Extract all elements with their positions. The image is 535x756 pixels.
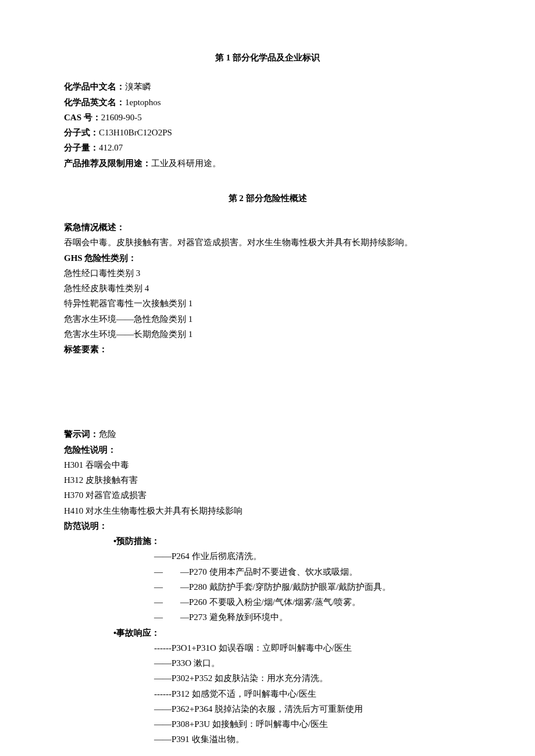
label-formula: 分子式： bbox=[64, 128, 99, 137]
hazard-h410: H410 对水生生物毒性极大并具有长期持续影响 bbox=[64, 503, 471, 518]
value-emergency: 吞咽会中毒。皮肤接触有害。对器官造成损害。对水生生物毒性极大并具有长期持续影响。 bbox=[64, 235, 471, 250]
hazard-h370: H370 对器官造成损害 bbox=[64, 488, 471, 503]
value-english-name: 1eptophos bbox=[125, 98, 161, 107]
label-prevention: •预防措施： bbox=[113, 536, 160, 546]
label-label-elements: 标签要素： bbox=[64, 345, 108, 354]
p302: ——P302+P352 如皮肤沾染：用水充分清洗。 bbox=[64, 671, 471, 686]
field-emergency: 紧急情况概述： bbox=[64, 220, 471, 235]
field-english-name: 化学品英文名：1eptophos bbox=[64, 95, 471, 110]
label-ghs: GHS 危险性类别： bbox=[64, 253, 137, 263]
hazard-h312: H312 皮肤接触有害 bbox=[64, 472, 471, 488]
label-weight: 分子量： bbox=[64, 143, 99, 152]
label-english-name: 化学品英文名： bbox=[64, 98, 125, 107]
field-usage: 产品推荐及限制用途：工业及科研用途。 bbox=[64, 156, 471, 171]
field-hazard: 危险性说明： bbox=[64, 442, 471, 457]
prevention-heading: •预防措施： bbox=[64, 533, 471, 549]
p273: — —P273 避免释放到环境中。 bbox=[64, 610, 471, 625]
ghs-item-5: 危害水生环境——长期危险类别 1 bbox=[64, 327, 471, 342]
section-1-title: 第 1 部分化学品及企业标识 bbox=[64, 50, 471, 65]
field-chinese-name: 化学品中文名：溴苯瞵 bbox=[64, 79, 471, 94]
field-cas: CAS 号：21609-90-5 bbox=[64, 110, 471, 125]
field-formula: 分子式：C13H10BrC12O2PS bbox=[64, 125, 471, 140]
value-chinese-name: 溴苯瞵 bbox=[125, 82, 151, 91]
p391: ——P391 收集溢出物。 bbox=[64, 732, 471, 747]
section-2-title: 第 2 部分危险性概述 bbox=[64, 191, 471, 206]
value-weight: 412.07 bbox=[99, 143, 123, 152]
label-signal-word: 警示词： bbox=[64, 429, 99, 439]
p330: ——P33O 漱口。 bbox=[64, 655, 471, 671]
response-heading: •事故响应： bbox=[64, 625, 471, 640]
ghs-item-1: 急性经口毒性类别 3 bbox=[64, 266, 471, 281]
pictogram-placeholder bbox=[64, 357, 471, 427]
p362: ——P362+P364 脱掉沾染的衣服，清洗后方可重新使用 bbox=[64, 701, 471, 716]
field-precaution: 防范说明： bbox=[64, 518, 471, 533]
field-signal-word: 警示词：危险 bbox=[64, 427, 471, 442]
p264: ——P264 作业后彻底清洗。 bbox=[64, 549, 471, 564]
hazard-h301: H301 吞咽会中毒 bbox=[64, 457, 471, 472]
p301: ------P3O1+P31O 如误吞咽：立即呼叫解毒中心/医生 bbox=[64, 640, 471, 655]
p260: — —P260 不要吸入粉尘/烟/气体/烟雾/蒸气/喷雾。 bbox=[64, 594, 471, 610]
label-cas: CAS 号： bbox=[64, 113, 101, 122]
label-response: •事故响应： bbox=[113, 628, 160, 637]
value-signal-word: 危险 bbox=[99, 429, 116, 439]
field-label-elements: 标签要素： bbox=[64, 342, 471, 357]
value-usage: 工业及科研用途。 bbox=[151, 159, 221, 168]
ghs-item-2: 急性经皮肤毒性类别 4 bbox=[64, 281, 471, 296]
label-hazard: 危险性说明： bbox=[64, 445, 116, 454]
field-ghs: GHS 危险性类别： bbox=[64, 250, 471, 266]
field-weight: 分子量：412.07 bbox=[64, 140, 471, 155]
label-chinese-name: 化学品中文名： bbox=[64, 82, 125, 91]
p280: — —P280 戴防护手套/穿防护服/戴防护眼罩/戴防护面具。 bbox=[64, 579, 471, 594]
ghs-item-3: 特异性靶器官毒性一次接触类别 1 bbox=[64, 296, 471, 311]
p270: — —P270 使用本产品时不要进食、饮水或吸烟。 bbox=[64, 564, 471, 579]
p312: ------P312 如感觉不适，呼叫解毒中心/医生 bbox=[64, 686, 471, 701]
label-usage: 产品推荐及限制用途： bbox=[64, 159, 151, 168]
value-formula: C13H10BrC12O2PS bbox=[99, 128, 172, 137]
ghs-item-4: 危害水生环境——急性危险类别 1 bbox=[64, 311, 471, 327]
label-precaution: 防范说明： bbox=[64, 521, 108, 531]
label-emergency: 紧急情况概述： bbox=[64, 223, 125, 232]
p308: ——P308+P3U 如接触到：呼叫解毒中心/医生 bbox=[64, 716, 471, 732]
value-cas: 21609-90-5 bbox=[101, 113, 142, 122]
